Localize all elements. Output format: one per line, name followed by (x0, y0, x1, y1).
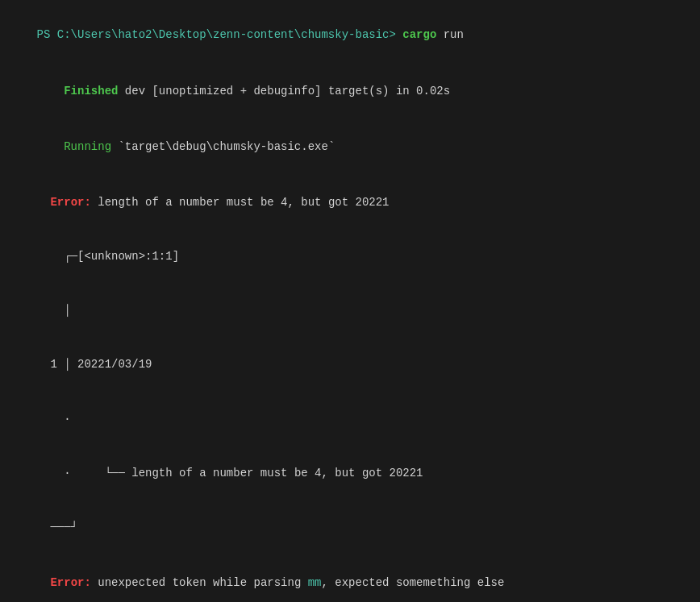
error-1-end: ───┘ (10, 500, 690, 554)
error-1-location: ┌─[<unknown>:1:1] (10, 230, 690, 284)
error-2-header: Error: unexpected token while parsing mm… (10, 556, 690, 602)
finished-line: Finished dev [unoptimized + debuginfo] t… (10, 64, 690, 118)
error-1-header: Error: length of a number must be 4, but… (10, 176, 690, 230)
running-label: Running (64, 140, 111, 153)
prompt-args: run (436, 28, 464, 41)
running-line: Running `target\debug\chumsky-basic.exe` (10, 119, 690, 173)
error-2-label: Error: (50, 576, 90, 589)
error-1-dot1: · (10, 392, 690, 446)
finished-indent (37, 85, 65, 98)
error-block-1: Error: length of a number must be 4, but… (10, 176, 690, 554)
prompt-cmd: cargo (402, 28, 436, 41)
prompt-ps: PS C:\Users\hato2\Desktop\zenn-content\c… (37, 28, 403, 41)
running-rest: `target\debug\chumsky-basic.exe` (111, 140, 335, 153)
error-2-highlight: mm (308, 576, 322, 589)
finished-label: Finished (64, 85, 118, 98)
finished-rest: dev [unoptimized + debuginfo] target(s) … (118, 85, 450, 98)
error-1-label: Error: (50, 196, 90, 209)
running-indent (37, 140, 65, 153)
error-1-empty: │ (10, 284, 690, 338)
terminal: PS C:\Users\hato2\Desktop\zenn-content\c… (10, 8, 690, 602)
prompt-line: PS C:\Users\hato2\Desktop\zenn-content\c… (10, 8, 690, 62)
error-1-code-line: 1 │ 20221/03/19 (10, 338, 690, 392)
error-block-2: Error: unexpected token while parsing mm… (10, 556, 690, 602)
error-1-dot2: · └── length of a number must be 4, but … (10, 446, 690, 500)
error-1-msg: length of a number must be 4, but got 20… (91, 196, 390, 209)
